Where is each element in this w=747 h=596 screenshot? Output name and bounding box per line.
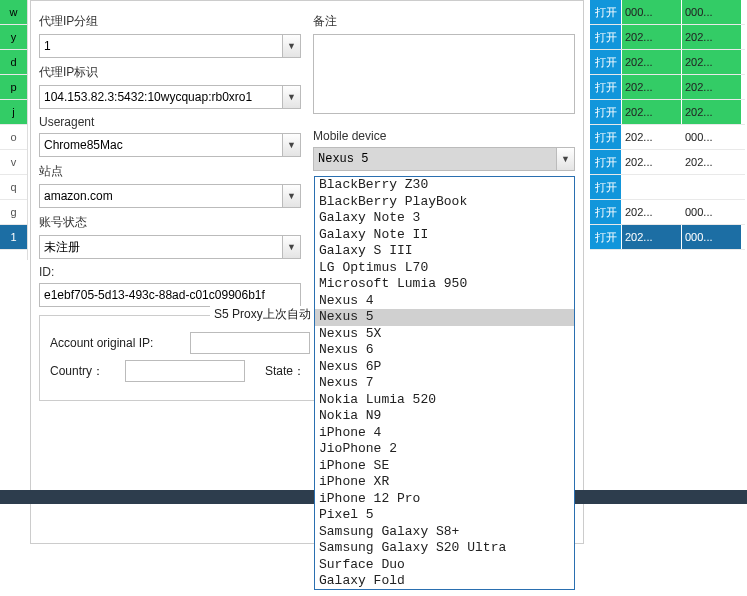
useragent-input[interactable] <box>39 133 301 157</box>
cell-col2: 202... <box>682 100 742 124</box>
mobile-device-option[interactable]: iPhone 12 Pro <box>315 491 574 508</box>
cell-col1: 202... <box>622 25 682 49</box>
mobile-device-option[interactable]: Pixel 5 <box>315 507 574 524</box>
cell-col2: 000... <box>682 0 742 24</box>
mobile-device-option[interactable]: Galaxy S III <box>315 243 574 260</box>
proxy-tag-label: 代理IP标识 <box>39 64 301 81</box>
proxy-group-combo[interactable]: ▼ <box>39 34 301 58</box>
id-field <box>39 283 301 307</box>
mobile-device-option[interactable]: Nexus 6 <box>315 342 574 359</box>
mobile-device-option[interactable]: Galaxy Note 3 <box>315 210 574 227</box>
mobile-device-option[interactable]: Nexus 7 <box>315 375 574 392</box>
mobile-device-option[interactable]: Nexus 6P <box>315 359 574 376</box>
dropdown-arrow-icon[interactable]: ▼ <box>282 236 300 258</box>
site-combo[interactable]: ▼ <box>39 184 301 208</box>
account-status-input[interactable] <box>39 235 301 259</box>
row-indicator[interactable]: p <box>0 75 27 100</box>
dropdown-arrow-icon[interactable]: ▼ <box>282 35 300 57</box>
table-row: 打开202...202... <box>590 50 745 75</box>
table-row: 打开202...000... <box>590 225 745 250</box>
mobile-device-option[interactable]: Samsung Galaxy S8+ <box>315 524 574 541</box>
dropdown-arrow-icon[interactable]: ▼ <box>282 185 300 207</box>
original-ip-input[interactable] <box>190 332 310 354</box>
s5-proxy-group-title: S5 Proxy上次自动 <box>210 306 315 323</box>
mobile-device-combo[interactable]: ▼ <box>313 147 575 171</box>
open-button[interactable]: 打开 <box>590 25 622 49</box>
account-status-combo[interactable]: ▼ <box>39 235 301 259</box>
table-row: 打开202...000... <box>590 125 745 150</box>
row-indicator[interactable]: y <box>0 25 27 50</box>
mobile-device-dropdown-list[interactable]: BlackBerry Z30BlackBerry PlayBookGalaxy … <box>314 176 575 590</box>
dropdown-arrow-icon[interactable]: ▼ <box>282 134 300 156</box>
cell-col2 <box>682 175 742 199</box>
open-button[interactable]: 打开 <box>590 75 622 99</box>
mobile-device-option[interactable]: Nokia Lumia 520 <box>315 392 574 409</box>
mobile-device-option[interactable]: Samsung Galaxy A51/71 <box>315 590 574 591</box>
open-button[interactable]: 打开 <box>590 150 622 174</box>
open-button[interactable]: 打开 <box>590 200 622 224</box>
mobile-device-option[interactable]: iPhone XR <box>315 474 574 491</box>
cell-col2: 000... <box>682 225 742 249</box>
id-label: ID: <box>39 265 301 279</box>
open-button[interactable]: 打开 <box>590 225 622 249</box>
open-button[interactable]: 打开 <box>590 50 622 74</box>
mobile-device-option[interactable]: Nexus 5 <box>315 309 574 326</box>
row-indicator[interactable]: w <box>0 0 27 25</box>
cell-col1: 202... <box>622 100 682 124</box>
mobile-device-input[interactable] <box>313 147 575 171</box>
cell-col1: 202... <box>622 125 682 149</box>
cell-col1: 202... <box>622 225 682 249</box>
row-indicator[interactable]: j <box>0 100 27 125</box>
proxy-group-input[interactable] <box>39 34 301 58</box>
useragent-label: Useragent <box>39 115 301 129</box>
row-indicator[interactable]: q <box>0 175 27 200</box>
site-input[interactable] <box>39 184 301 208</box>
cell-col2: 202... <box>682 75 742 99</box>
row-indicator[interactable]: o <box>0 125 27 150</box>
mobile-device-option[interactable]: Galaxy Note II <box>315 227 574 244</box>
cell-col2: 000... <box>682 125 742 149</box>
mobile-device-option[interactable]: JioPhone 2 <box>315 441 574 458</box>
mobile-device-option[interactable]: Nexus 5X <box>315 326 574 343</box>
dropdown-arrow-icon[interactable]: ▼ <box>556 148 574 170</box>
mobile-device-option[interactable]: iPhone 4 <box>315 425 574 442</box>
useragent-combo[interactable]: ▼ <box>39 133 301 157</box>
mobile-device-option[interactable]: BlackBerry Z30 <box>315 177 574 194</box>
open-button[interactable]: 打开 <box>590 0 622 24</box>
open-button[interactable]: 打开 <box>590 100 622 124</box>
id-input[interactable] <box>39 283 301 307</box>
mobile-device-option[interactable]: Samsung Galaxy S20 Ultra <box>315 540 574 557</box>
proxy-tag-combo[interactable]: ▼ <box>39 85 301 109</box>
proxy-tag-input[interactable] <box>39 85 301 109</box>
row-indicator[interactable]: g <box>0 200 27 225</box>
country-label: Country： <box>50 363 125 380</box>
account-status-label: 账号状态 <box>39 214 301 231</box>
mobile-device-option[interactable]: Galaxy Fold <box>315 573 574 590</box>
table-row: 打开202...202... <box>590 25 745 50</box>
mobile-device-option[interactable]: BlackBerry PlayBook <box>315 194 574 211</box>
mobile-device-option[interactable]: Microsoft Lumia 950 <box>315 276 574 293</box>
remark-textarea[interactable] <box>313 34 575 114</box>
cell-col2: 202... <box>682 25 742 49</box>
row-indicator[interactable]: v <box>0 150 27 175</box>
mobile-device-option[interactable]: iPhone SE <box>315 458 574 475</box>
original-ip-label: Account original IP: <box>50 336 190 350</box>
open-button[interactable]: 打开 <box>590 175 622 199</box>
cell-col1: 202... <box>622 200 682 224</box>
table-row: 打开202...202... <box>590 100 745 125</box>
mobile-device-option[interactable]: Nokia N9 <box>315 408 574 425</box>
open-button[interactable]: 打开 <box>590 125 622 149</box>
cell-col2: 000... <box>682 200 742 224</box>
mobile-device-option[interactable]: Nexus 4 <box>315 293 574 310</box>
cell-col1 <box>622 175 682 199</box>
dropdown-arrow-icon[interactable]: ▼ <box>282 86 300 108</box>
row-indicator[interactable]: 1 <box>0 225 27 250</box>
accounts-table-right: 打开000...000...打开202...202...打开202...202.… <box>590 0 745 250</box>
site-label: 站点 <box>39 163 301 180</box>
table-row: 打开202...202... <box>590 75 745 100</box>
row-indicator[interactable]: d <box>0 50 27 75</box>
mobile-device-option[interactable]: Surface Duo <box>315 557 574 574</box>
country-input[interactable] <box>125 360 245 382</box>
mobile-device-option[interactable]: LG Optimus L70 <box>315 260 574 277</box>
cell-col2: 202... <box>682 50 742 74</box>
